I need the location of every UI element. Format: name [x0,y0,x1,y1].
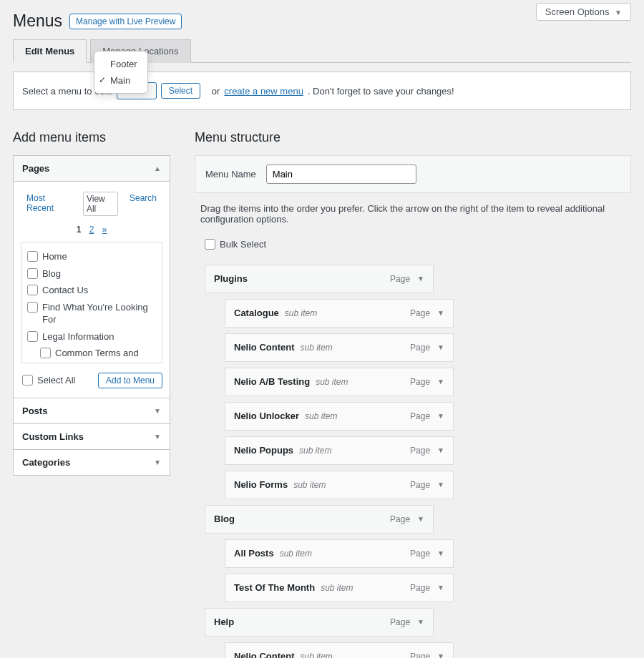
bulk-select[interactable]: Bulk Select [203,236,631,253]
pages-list: Home Blog Contact Us Find What You're Lo… [21,242,162,363]
page-item-legal[interactable]: Legal Information [26,328,157,345]
checkbox-legal[interactable] [27,331,38,342]
menu-name-label: Menu Name [205,169,256,180]
caret-down-icon[interactable]: ▼ [437,343,444,351]
page-item-blog[interactable]: Blog [26,265,157,283]
add-to-menu-button[interactable]: Add to Menu [98,373,162,388]
screen-options-label: Screen Options [545,6,610,17]
check-icon: ✓ [99,75,106,85]
pager-next[interactable]: » [102,225,107,235]
menu-item-help-nelio-content[interactable]: Nelio Contentsub item Page▼ [225,642,454,658]
menu-name-row: Menu Name [195,155,631,193]
menu-option-footer-label: Footer [110,59,137,69]
menu-dropdown-popover: Footer ✓ Main [94,51,148,94]
caret-down-icon[interactable]: ▼ [437,652,444,658]
caret-down-icon: ▼ [154,458,161,466]
checkbox-terms[interactable] [40,348,51,358]
menu-item-plugins[interactable]: Plugins Page▼ [205,265,434,293]
caret-down-icon[interactable]: ▼ [417,515,424,523]
checkbox-select-all[interactable] [22,375,33,386]
page-title: Menus [13,11,62,31]
page-item-home[interactable]: Home [26,248,157,265]
caret-down-icon[interactable]: ▼ [437,378,444,386]
tab-edit-menus[interactable]: Edit Menus [13,39,87,63]
page-item-terms[interactable]: Common Terms and Conditions for Nelio Se… [26,345,157,363]
menu-item-catalogue[interactable]: Cataloguesub item Page▼ [225,299,454,328]
caret-down-icon[interactable]: ▼ [437,446,444,454]
caret-down-icon: ▼ [154,407,161,415]
custom-links-metabox: Custom Links ▼ [13,423,170,450]
checkbox-bulk-select[interactable] [205,239,215,250]
caret-down-icon[interactable]: ▼ [417,275,424,283]
menu-name-input[interactable] [266,164,416,184]
posts-metabox-toggle[interactable]: Posts ▼ [14,398,170,423]
or-text: or [212,86,220,97]
menu-item-help[interactable]: Help Page▼ [205,608,434,637]
select-all[interactable]: Select All [21,372,77,389]
caret-down-icon: ▼ [615,9,622,16]
pages-metabox: Pages ▲ Most Recent View All Search 1 2 … [13,155,170,398]
subtab-view-all[interactable]: View All [83,192,118,216]
drag-instructions: Drag the items into the order you prefer… [200,203,631,225]
menu-item-blog[interactable]: Blog Page▼ [205,505,434,534]
pages-metabox-title: Pages [22,163,49,174]
categories-metabox-toggle[interactable]: Categories ▼ [14,450,170,475]
checkbox-find[interactable] [27,302,38,313]
posts-metabox: Posts ▼ [13,398,170,424]
checkbox-blog[interactable] [27,268,38,279]
menu-item-nelio-ab-testing[interactable]: Nelio A/B Testingsub item Page▼ [225,368,454,396]
categories-metabox-title: Categories [22,457,70,468]
menu-option-main[interactable]: ✓ Main [94,72,147,89]
menu-structure-heading: Menu structure [195,130,631,145]
menu-item-test-of-the-month[interactable]: Test Of The Monthsub item Page▼ [225,574,454,602]
menu-item-nelio-unlocker[interactable]: Nelio Unlockersub item Page▼ [225,402,454,431]
pager: 1 2 » [21,225,162,235]
create-new-menu-link[interactable]: create a new menu [224,86,303,97]
manage-live-preview-button[interactable]: Manage with Live Preview [69,14,182,29]
caret-up-icon: ▲ [154,164,161,172]
page-item-find[interactable]: Find What You're Looking For [26,299,157,328]
caret-down-icon[interactable]: ▼ [437,309,444,317]
save-reminder: . Don't forget to save your changes! [308,86,454,97]
menu-option-main-label: Main [110,75,130,86]
checkbox-home[interactable] [27,251,38,262]
add-menu-items-heading: Add menu items [13,130,170,145]
subtab-search[interactable]: Search [127,192,160,216]
categories-metabox: Categories ▼ [13,449,170,476]
checkbox-contact[interactable] [27,285,38,295]
menu-item-nelio-forms[interactable]: Nelio Formssub item Page▼ [225,471,454,499]
caret-down-icon[interactable]: ▼ [437,584,444,591]
caret-down-icon[interactable]: ▼ [437,412,444,420]
menu-item-nelio-content[interactable]: Nelio Contentsub item Page▼ [225,333,454,362]
caret-down-icon[interactable]: ▼ [437,481,444,488]
custom-links-metabox-title: Custom Links [22,431,84,442]
menu-items-list: Plugins Page▼ Cataloguesub item Page▼ Ne… [195,265,631,658]
caret-down-icon: ▼ [154,433,161,441]
caret-down-icon[interactable]: ▼ [417,618,424,626]
menu-select-bar: Select a menu to edit: Select or create … [13,72,631,110]
subtab-most-recent[interactable]: Most Recent [24,192,74,216]
menu-option-footer[interactable]: Footer [94,56,147,72]
screen-options-button[interactable]: Screen Options ▼ [536,3,631,21]
page-item-contact[interactable]: Contact Us [26,282,157,299]
posts-metabox-title: Posts [22,406,47,416]
caret-down-icon[interactable]: ▼ [437,549,444,557]
menu-item-all-posts[interactable]: All Postssub item Page▼ [225,539,454,568]
custom-links-metabox-toggle[interactable]: Custom Links ▼ [14,424,170,449]
pager-page-1: 1 [77,225,82,235]
select-button[interactable]: Select [161,83,200,99]
pages-metabox-toggle[interactable]: Pages ▲ [14,156,170,182]
pager-page-2[interactable]: 2 [89,225,94,235]
menu-item-nelio-popups[interactable]: Nelio Popupssub item Page▼ [225,436,454,465]
